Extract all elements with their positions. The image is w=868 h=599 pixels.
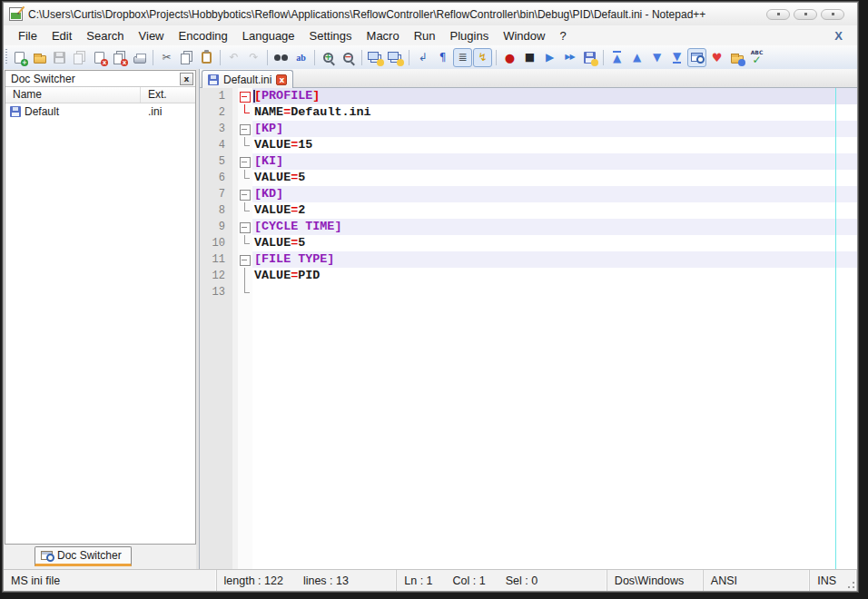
donate-heart-button[interactable]: ♥ (707, 48, 726, 67)
doc-switcher-bottom-tab[interactable]: Doc Switcher (35, 546, 132, 566)
show-indent-guide-button[interactable]: ≣ (453, 48, 472, 67)
zoom-out-button[interactable]: − (339, 48, 358, 67)
editor-line[interactable]: 10VALUE=5 (200, 235, 857, 251)
menu-encoding[interactable]: Encoding (172, 27, 235, 44)
close-all-button[interactable]: x (110, 48, 129, 67)
menu-file[interactable]: File (11, 27, 44, 44)
open-folder-button[interactable] (30, 48, 49, 67)
fold-connector (238, 202, 252, 219)
resize-grip[interactable] (844, 578, 855, 589)
editor-line[interactable]: 6VALUE=5 (200, 170, 857, 186)
menu-search[interactable]: Search (79, 27, 131, 44)
editor-line[interactable]: 9[CYCLE TIME] (200, 219, 857, 235)
line-number: 9 (200, 219, 232, 235)
sync-vertical-button[interactable] (366, 48, 385, 67)
new-file-button[interactable]: + (10, 48, 29, 67)
line-number: 2 (200, 104, 232, 121)
menu-close-button[interactable]: X (827, 29, 850, 43)
sync-horizontal-button[interactable] (386, 48, 405, 67)
editor-area[interactable]: 1[PROFILE]2NAME=Default.ini3[KP]4VALUE=1… (200, 88, 857, 569)
line-text: [CYCLE TIME] (252, 219, 857, 235)
editor-column: Default.ini x 1[PROFILE]2NAME=Default.in… (199, 69, 857, 569)
menu-macro[interactable]: Macro (360, 27, 407, 44)
saved-file-icon (208, 74, 219, 85)
macro-stop-button[interactable]: ■ (520, 48, 539, 67)
menu-view[interactable]: View (132, 27, 172, 44)
line-number: 10 (200, 235, 232, 251)
macro-save-button[interactable] (580, 48, 599, 67)
editor-line[interactable]: 3[KP] (200, 121, 857, 137)
undo-button[interactable]: ↶ (224, 48, 243, 67)
snippets-folder-button[interactable] (727, 48, 746, 67)
function-completion-button[interactable]: ↯ (473, 48, 492, 67)
column-header-name[interactable]: Name (5, 87, 141, 103)
macro-run-multiple-button[interactable]: ▶▶ (560, 48, 579, 67)
fold-collapse-icon[interactable] (238, 219, 252, 235)
word-wrap-button[interactable]: ↲ (413, 48, 432, 67)
menu-language[interactable]: Language (235, 27, 302, 44)
menu-run[interactable]: Run (407, 27, 443, 44)
zoom-in-button[interactable]: + (319, 48, 338, 67)
nav-first-button[interactable]: ▲ (607, 48, 626, 67)
minimize-button[interactable] (766, 9, 790, 20)
doc-name: Default (25, 105, 59, 118)
close-button[interactable] (821, 9, 844, 20)
editor-line[interactable]: 11[FILE TYPE] (200, 251, 857, 268)
cut-button[interactable]: ✂ (157, 48, 176, 67)
editor-line[interactable]: 2NAME=Default.ini (200, 104, 857, 121)
macro-play-button[interactable]: ▶ (540, 48, 559, 67)
menu-edit[interactable]: Edit (44, 27, 79, 44)
maximize-button[interactable] (794, 9, 817, 20)
show-all-characters-button[interactable]: ¶ (433, 48, 452, 67)
spell-check-button[interactable]: ABC✓ (747, 48, 766, 67)
doc-switcher-title: Doc Switcher (11, 73, 180, 85)
line-text: VALUE=5 (252, 235, 857, 251)
menu-help[interactable]: ? (552, 27, 573, 44)
editor-line[interactable]: 7[KD] (200, 186, 857, 202)
editor-line[interactable]: 5[KI] (200, 153, 857, 170)
close-button[interactable]: x (90, 48, 109, 67)
notepad-plus-plus-window: C:\Users\Curtis\Dropbox\Projects\Hobbybo… (3, 2, 858, 592)
redo-button[interactable]: ↷ (244, 48, 263, 67)
tab-close-icon[interactable]: x (276, 74, 287, 85)
toolbar-separator (314, 50, 315, 65)
fold-collapse-icon[interactable] (238, 251, 252, 268)
editor-line[interactable]: 1[PROFILE] (200, 88, 857, 104)
fold-collapse-icon[interactable] (238, 121, 252, 137)
editor-line[interactable]: 12VALUE=PID (200, 268, 857, 284)
nav-last-button[interactable]: ▼ (667, 48, 686, 67)
line-number: 11 (200, 251, 232, 268)
line-number: 5 (200, 153, 232, 170)
fold-collapse-icon[interactable] (238, 153, 252, 170)
doc-list-item[interactable]: Default.ini (5, 103, 195, 119)
tab-default-ini[interactable]: Default.ini x (202, 70, 293, 88)
column-header-ext[interactable]: Ext. (141, 87, 195, 103)
fold-collapse-icon[interactable] (238, 186, 252, 202)
fold-connector (238, 284, 252, 300)
toolbar-grip[interactable] (5, 49, 7, 65)
copy-button[interactable] (177, 48, 196, 67)
menu-settings[interactable]: Settings (302, 27, 360, 44)
menu-window[interactable]: Window (496, 27, 552, 44)
toolbar-separator (267, 50, 268, 65)
print-icon (133, 56, 146, 64)
nav-next-button[interactable]: ▼ (647, 48, 666, 67)
editor-line[interactable]: 13 (200, 284, 857, 300)
find-button[interactable] (271, 48, 291, 67)
save-all-button[interactable] (70, 48, 89, 67)
menu-plugins[interactable]: Plugins (443, 27, 497, 44)
nav-previous-button[interactable]: ▲ (627, 48, 646, 67)
macro-record-button[interactable]: ● (500, 48, 519, 67)
replace-button[interactable]: ab (291, 48, 311, 67)
fold-collapse-icon[interactable] (238, 88, 252, 104)
editor-line[interactable]: 4VALUE=15 (200, 137, 857, 153)
saved-file-icon (10, 106, 21, 117)
editor-line[interactable]: 8VALUE=2 (200, 202, 857, 219)
save-button[interactable] (50, 48, 69, 67)
doc-switcher-toggle-button[interactable] (687, 48, 706, 67)
paste-button[interactable] (197, 48, 216, 67)
toolbar-separator (361, 50, 362, 65)
doc-switcher-close-button[interactable]: x (180, 73, 193, 85)
print-button[interactable] (130, 48, 149, 67)
status-encoding: ANSI (704, 570, 810, 591)
